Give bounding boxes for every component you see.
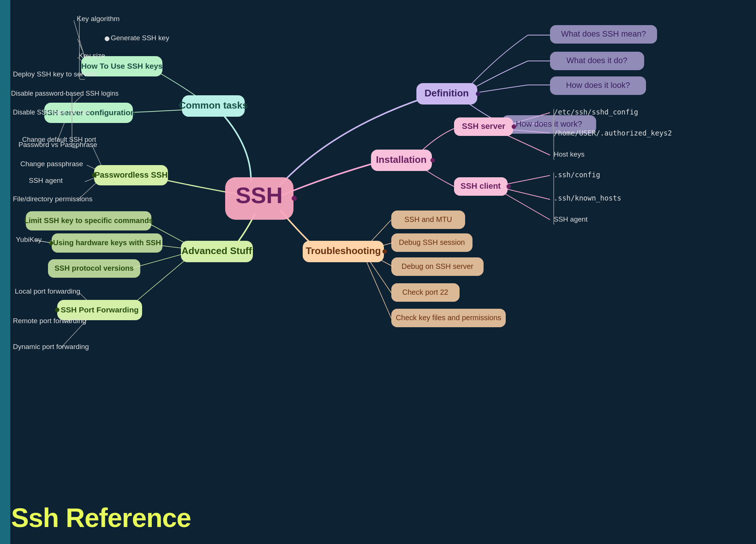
svg-text:Limit SSH key to specific comm: Limit SSH key to specific commands [24, 216, 153, 225]
svg-text:Generate SSH key: Generate SSH key [111, 34, 169, 42]
svg-text:/etc/ssh/sshd_config: /etc/ssh/sshd_config [554, 108, 638, 116]
svg-text:How does it look?: How does it look? [566, 81, 630, 90]
svg-text:Remote port forwarding: Remote port forwarding [13, 317, 86, 325]
svg-text:File/directory permissions: File/directory permissions [13, 195, 92, 203]
svg-text:Passwordless SSH: Passwordless SSH [94, 170, 168, 179]
svg-point-99 [55, 308, 59, 312]
svg-point-105 [382, 249, 387, 254]
svg-rect-1 [0, 0, 10, 544]
svg-text:/home/USER/.authorized_keys2: /home/USER/.authorized_keys2 [554, 129, 672, 137]
svg-text:How does it work?: How does it work? [516, 119, 582, 129]
svg-text:SSH agent: SSH agent [554, 215, 588, 223]
svg-text:What does it do?: What does it do? [566, 56, 627, 65]
svg-point-41 [476, 92, 480, 96]
svg-text:Host keys: Host keys [554, 150, 584, 158]
svg-point-61 [506, 184, 511, 189]
svg-text:Definition: Definition [425, 88, 469, 99]
svg-text:Change passphrase: Change passphrase [20, 160, 83, 168]
svg-text:What does SSH mean?: What does SSH mean? [561, 29, 646, 38]
svg-text:Password vs Passphrase: Password vs Passphrase [18, 141, 97, 148]
svg-text:Advanced Stuff: Advanced Stuff [182, 245, 252, 256]
svg-point-38 [292, 196, 297, 201]
svg-text:SSH and MTU: SSH and MTU [405, 215, 452, 223]
page-title: Ssh Reference [11, 503, 191, 533]
svg-text:Check port 22: Check port 22 [402, 288, 449, 296]
svg-text:Local port forwarding: Local port forwarding [15, 287, 80, 295]
svg-text:Troubleshooting: Troubleshooting [306, 245, 381, 256]
svg-text:Common tasks: Common tasks [179, 100, 248, 111]
svg-point-92 [49, 241, 53, 245]
svg-text:YubiKey: YubiKey [16, 236, 42, 243]
svg-text:SSH agent: SSH agent [29, 177, 63, 184]
svg-point-55 [512, 124, 516, 129]
svg-text:Deploy SSH key to servers: Deploy SSH key to servers [13, 70, 97, 78]
svg-text:SSH: SSH [236, 182, 282, 208]
svg-point-52 [430, 158, 435, 162]
svg-text:Debug on SSH server: Debug on SSH server [402, 262, 474, 270]
svg-text:SSH Port Forwarding: SSH Port Forwarding [61, 305, 138, 314]
svg-text:SSH client: SSH client [461, 181, 501, 191]
svg-text:Debug SSH session: Debug SSH session [399, 238, 465, 246]
svg-text:Dynamic port forwarding: Dynamic port forwarding [13, 343, 89, 350]
mindmap-svg: SSH Definition What does SSH mean? What … [0, 0, 756, 544]
svg-text:Disable password-based SSH log: Disable password-based SSH logins [11, 90, 118, 97]
svg-text:.ssh/config: .ssh/config [554, 171, 600, 179]
svg-text:How To Use SSH keys: How To Use SSH keys [81, 62, 162, 70]
svg-point-81 [92, 173, 96, 177]
svg-text:Installation: Installation [376, 154, 426, 165]
svg-text:Check key files and permission: Check key files and permissions [396, 314, 501, 322]
svg-text:.ssh/known_hosts: .ssh/known_hosts [554, 194, 621, 202]
svg-text:Disable SSH login for root: Disable SSH login for root [13, 109, 89, 116]
svg-text:SSH protocol versions: SSH protocol versions [55, 264, 134, 272]
svg-text:Key algorithm: Key algorithm [77, 15, 120, 23]
svg-point-70 [105, 37, 109, 41]
svg-text:Using hardware keys with SSH: Using hardware keys with SSH [53, 239, 161, 247]
svg-text:SSH server: SSH server [462, 122, 505, 131]
svg-text:Key size: Key size [79, 52, 105, 59]
